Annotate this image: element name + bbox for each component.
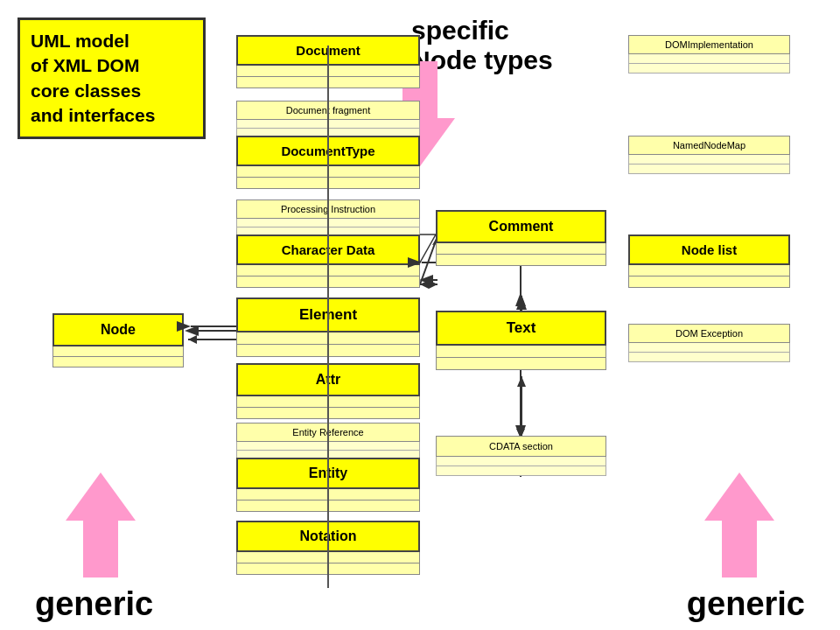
dom-exception-box: DOM Exception [628,324,790,362]
svg-marker-26 [517,376,526,387]
title-text: UML modelof XML DOMcore classesand inter… [31,31,155,125]
comment-box: Comment [436,210,606,266]
generic-right-arrow [704,472,774,578]
svg-line-3 [420,236,438,284]
generic-left-label: generic [35,585,153,623]
svg-marker-8 [420,280,429,289]
svg-marker-6 [429,280,438,289]
dom-implementation-box: DOMImplementation [628,35,790,74]
center-column-line [327,46,329,588]
text-box: Text [436,311,606,370]
generic-right-label: generic [687,585,805,623]
title-box: UML modelof XML DOMcore classesand inter… [18,18,206,139]
named-node-map-box: NamedNodeMap [628,136,790,174]
cdata-section-box: CDATA section [436,436,606,476]
svg-marker-2 [188,335,197,344]
node-list-box: Node list [628,234,790,288]
generic-left-arrow [66,472,136,578]
node-box: Node [52,313,184,368]
svg-line-22 [420,234,436,262]
